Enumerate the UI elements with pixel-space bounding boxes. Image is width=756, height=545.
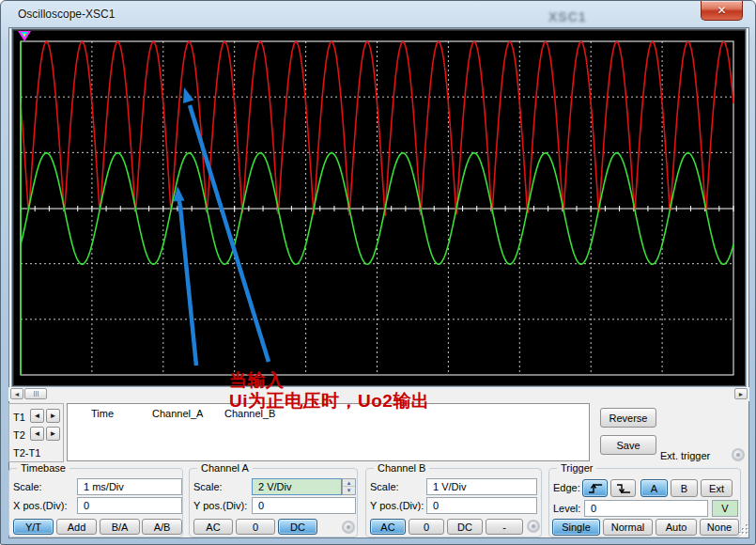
close-button[interactable]: ✕ [701,1,743,21]
channel-a-scale-spinner[interactable]: ▲ ▼ [342,478,356,495]
channel-b-connector [527,520,540,533]
annotation-line-2: Ui为正电压时，Uo2输出 [229,389,429,413]
right-arrow-icon: ► [50,413,57,420]
t1-left-button[interactable]: ◄ [30,409,44,423]
trigger-source-a-button[interactable]: A [640,479,668,497]
channel-a-zero-button[interactable]: 0 [236,519,275,535]
channel-b-group-label: Channel B [374,462,429,474]
trigger-source-b-button[interactable]: B [671,479,698,497]
right-arrow-icon: ► [50,430,57,438]
trigger-group: Trigger Edge: A B Ext Level: 0 V Single … [548,468,741,537]
left-arrow-icon: ◄ [34,430,41,438]
scope-grid-and-traces [13,30,745,385]
channel-b-ypos-input[interactable]: 0 [426,497,537,514]
readout-header-time: Time [91,408,114,419]
scope-display[interactable] [12,29,746,386]
timebase-yt-button[interactable]: Y/T [13,519,54,535]
oscilloscope-window: Oscilloscope-XSC1 XSC1 ✕ [0,0,756,545]
channel-a-scale-input[interactable]: 2 V/Div [252,478,342,495]
ext-trigger-label: Ext. trigger [660,450,710,461]
trigger-level-unit[interactable]: V [712,500,738,517]
cursor-panel: T1 ◄ ► T2 ◄ ► T2-T1 [8,403,64,462]
t2-left-button[interactable]: ◄ [30,427,44,441]
t1-cursor-marker[interactable] [18,31,31,41]
trigger-normal-button[interactable]: Normal [603,519,653,536]
channel-a-scale-label: Scale: [193,481,223,492]
channel-a-group: Channel A Scale: 2 V/Div ▲ ▼ Y pos.(Div)… [189,468,358,537]
trigger-rising-edge-button[interactable] [582,479,608,497]
window-title: Oscilloscope-XSC1 [18,8,115,21]
ext-trigger-connector [732,448,745,461]
timebase-ab-button[interactable]: A/B [142,519,182,535]
spinner-down-icon[interactable]: ▼ [343,487,355,494]
t1-right-button[interactable]: ► [46,409,60,423]
channel-b-minus-button[interactable]: - [486,519,523,535]
left-arrow-icon: ◄ [34,413,41,420]
save-button[interactable]: Save [600,435,656,455]
resize-grip-icon[interactable] [737,523,749,536]
trigger-source-ext-button[interactable]: Ext [701,479,733,497]
t2-right-button[interactable]: ► [46,427,60,441]
channel-a-ypos-input[interactable]: 0 [252,497,356,514]
t2-minus-t1-label: T2-T1 [13,447,40,459]
trigger-edge-label: Edge: [553,482,580,493]
trigger-none-button[interactable]: None [700,519,739,536]
spinner-up-icon[interactable]: ▲ [343,479,355,487]
close-icon: ✕ [717,4,726,17]
channel-b-scale-input[interactable]: 1 V/Div [426,478,537,495]
channel-b-dc-button[interactable]: DC [447,519,483,535]
timebase-scale-input[interactable]: 1 ms/Div [77,478,182,495]
channel-b-group: Channel B Scale: 1 V/Div Y pos.(Div): 0 … [365,468,542,537]
channel-a-ac-button[interactable]: AC [193,519,233,535]
falling-edge-icon [616,483,631,494]
readout-header-channel-a: Channel_A [152,408,203,419]
reverse-button[interactable]: Reverse [600,408,656,428]
channel-a-ypos-label: Y pos.(Div): [193,500,247,511]
trigger-level-label: Level: [553,503,580,514]
trigger-group-label: Trigger [557,462,596,474]
channel-a-dc-button[interactable]: DC [278,519,317,535]
channel-a-trace [21,42,733,217]
timebase-xpos-label: X pos.(Div): [13,500,67,511]
rising-edge-icon [588,483,603,494]
trigger-single-button[interactable]: Single [552,519,600,536]
timebase-ba-button[interactable]: B/A [100,519,140,535]
trigger-auto-button[interactable]: Auto [656,519,697,536]
timebase-scale-label: Scale: [13,481,42,492]
trigger-falling-edge-button[interactable] [610,479,636,497]
background-watermark: XSC1 [548,9,587,24]
scroll-left-icon[interactable]: ◄ [10,388,23,399]
channel-b-ypos-label: Y pos.(Div): [370,500,424,511]
title-bar[interactable]: Oscilloscope-XSC1 XSC1 ✕ [1,1,756,27]
t2-label: T2 [13,429,25,441]
channel-b-scale-label: Scale: [370,481,399,492]
channel-a-group-label: Channel A [197,462,253,474]
scroll-right-icon[interactable]: ► [734,388,748,399]
channel-b-ac-button[interactable]: AC [370,519,406,535]
timebase-group: Timebase Scale: 1 ms/Div X pos.(Div): 0 … [8,468,183,537]
timebase-group-label: Timebase [17,462,69,474]
timebase-add-button[interactable]: Add [56,519,97,535]
timebase-xpos-input[interactable]: 0 [77,497,182,514]
channel-a-connector [342,521,355,534]
scrollbar-thumb[interactable] [24,388,47,399]
channel-b-zero-button[interactable]: 0 [409,519,444,535]
t1-label: T1 [13,412,25,423]
trigger-level-input[interactable]: 0 [584,500,708,517]
